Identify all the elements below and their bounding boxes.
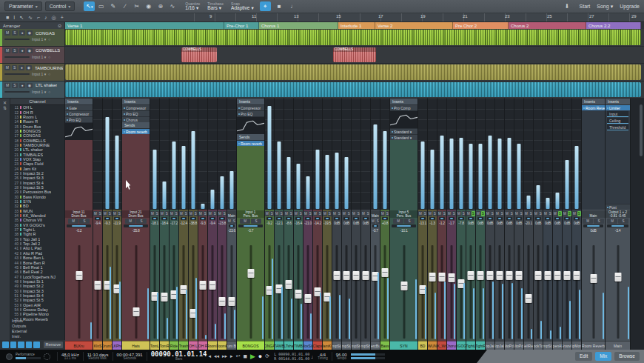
solo-button[interactable]: S (204, 211, 208, 216)
pan-slider[interactable] (152, 217, 158, 220)
volume-db-value[interactable]: 0dB (582, 228, 605, 233)
pan-slider[interactable] (429, 217, 435, 220)
arranger-section[interactable]: Verse 2 (375, 22, 453, 29)
solo-button[interactable]: S (491, 211, 495, 216)
monitor-button[interactable]: ◉ (27, 83, 33, 88)
channel-label[interactable]: ImpSt1 (543, 341, 552, 350)
fader-cap[interactable] (545, 271, 551, 280)
volume-db-value[interactable]: 0dB (534, 221, 543, 225)
pan-slider[interactable] (487, 217, 493, 220)
pan-slider[interactable] (181, 217, 187, 220)
solo-button[interactable]: S (338, 211, 342, 216)
volume-db-value[interactable]: -0.7 (237, 228, 264, 233)
fader-cap[interactable] (429, 273, 436, 282)
volume-db-value[interactable]: 0dB (352, 221, 360, 225)
download-icon[interactable]: ⬇ (562, 1, 573, 11)
solo-button[interactable]: S (549, 211, 553, 216)
volume-db-value[interactable]: -18.4 (160, 221, 169, 225)
solo-button[interactable]: S (299, 211, 303, 216)
split-tool[interactable]: ∕ (119, 1, 130, 11)
timebase-group[interactable]: Timebase Bars▾ (207, 2, 224, 11)
sends-header[interactable]: Sends (122, 122, 150, 128)
stop-button[interactable]: ■ (243, 353, 246, 360)
track-header[interactable]: MS●◉COWBELLSInput 1 ▾○ (0, 47, 65, 64)
mute-button[interactable]: M (125, 219, 135, 224)
record-arm-button[interactable]: ● (19, 65, 24, 70)
volume-db-value[interactable]: -9.2 (265, 221, 274, 225)
pan-slider[interactable] (607, 224, 628, 227)
pan-slider[interactable] (305, 217, 311, 220)
mute-button[interactable]: M (4, 48, 10, 53)
mute-button[interactable]: M (514, 211, 519, 216)
fader-cap[interactable] (247, 269, 254, 278)
solo-button[interactable]: S (520, 211, 524, 216)
pan-slider[interactable] (392, 224, 416, 227)
sends-header[interactable]: Sends (237, 134, 264, 140)
track-header[interactable]: MS●◉LTL shakerInput 1 ▾○ (0, 81, 65, 99)
fader-cap[interactable] (219, 297, 226, 306)
channel-label[interactable]: TomR (160, 341, 169, 350)
mute-button[interactable]: M (583, 219, 593, 224)
pan-slider[interactable] (276, 217, 282, 220)
volume-db-value[interactable]: -9.3 (103, 221, 112, 225)
channel-label[interactable]: LockTog (534, 341, 543, 350)
edit-icon-0[interactable]: ■ (6, 15, 9, 21)
metronome-icon[interactable]: ♩ (311, 354, 316, 359)
start-page-button[interactable]: Start (580, 4, 591, 9)
plugin-preset-select[interactable]: Standard ▾ (390, 134, 417, 140)
output-routing-label[interactable]: Main (371, 214, 380, 218)
io-label[interactable]: External (12, 329, 65, 334)
pencil-tool[interactable]: ✎ (107, 1, 118, 11)
channel-label[interactable]: Room Reverb (582, 341, 605, 350)
arranger-section[interactable]: Pre Chor 2 (453, 22, 509, 29)
fader-cap[interactable] (468, 271, 474, 280)
monitor-knob[interactable] (6, 353, 13, 360)
pan-slider[interactable] (545, 217, 551, 220)
mute-button[interactable]: M (505, 211, 509, 216)
mute-button[interactable]: M (294, 211, 298, 216)
fader-cap[interactable] (614, 273, 621, 282)
channel-label[interactable]: TightR (476, 341, 485, 350)
channel-label[interactable]: Main (606, 341, 630, 350)
track-input-select[interactable]: Input 1 ▾ (32, 37, 46, 41)
pan-knob-icon[interactable]: ○ (48, 37, 50, 41)
mute-button[interactable]: M (476, 211, 480, 216)
arranger-section[interactable]: Verse 1 (65, 22, 224, 29)
volume-db-value[interactable]: -20.1 (524, 221, 533, 225)
volume-db-value[interactable]: 0dB (476, 221, 485, 225)
mute-button[interactable]: M (553, 211, 557, 216)
pan-slider[interactable] (477, 217, 483, 220)
arranger-section[interactable]: Chorus 2.2 (586, 22, 641, 29)
volume-db-value[interactable]: -12.4 (179, 221, 188, 225)
insert-plugin[interactable]: Pro Comp (390, 104, 417, 110)
mute-button[interactable]: M (303, 211, 308, 216)
pan-slider[interactable] (363, 217, 369, 220)
mute-button[interactable]: M (150, 211, 155, 216)
pan-slider[interactable] (266, 217, 272, 220)
console-left-sidebar[interactable]: ✕⇅ (0, 99, 10, 350)
solo-button[interactable]: S (184, 211, 189, 216)
solo-button[interactable]: S (213, 211, 218, 216)
edit-icon-6[interactable]: ◎ (52, 15, 56, 21)
channel-label[interactable]: ImpSt4 (352, 341, 360, 350)
solo-button[interactable]: S (251, 219, 261, 224)
mute-button[interactable]: M (572, 211, 577, 216)
limiter-field[interactable]: Ceiling (607, 118, 628, 124)
pan-knob-icon[interactable]: ○ (48, 90, 50, 94)
inserts-header[interactable]: Inserts (122, 99, 150, 104)
insert-plugin[interactable]: Chorus (122, 116, 150, 122)
pan-slider[interactable] (295, 217, 301, 220)
fader-cap[interactable] (209, 281, 216, 290)
loop-button[interactable]: ⟳ (265, 353, 269, 359)
pan-slider[interactable] (334, 217, 340, 220)
edit-icon-7[interactable]: + (61, 15, 64, 21)
mute-button[interactable]: M (543, 211, 548, 216)
pin-icon[interactable]: ⊙ (58, 23, 61, 28)
volume-db-value[interactable]: 0dB (572, 221, 581, 225)
channel-label[interactable]: BD (418, 341, 427, 350)
limiter-field[interactable]: Input (607, 111, 628, 117)
mute-button[interactable]: M (323, 211, 327, 216)
fader-cap[interactable] (229, 297, 235, 306)
pan-slider[interactable] (506, 217, 512, 220)
send-slot[interactable]: Room reverb (237, 140, 264, 146)
